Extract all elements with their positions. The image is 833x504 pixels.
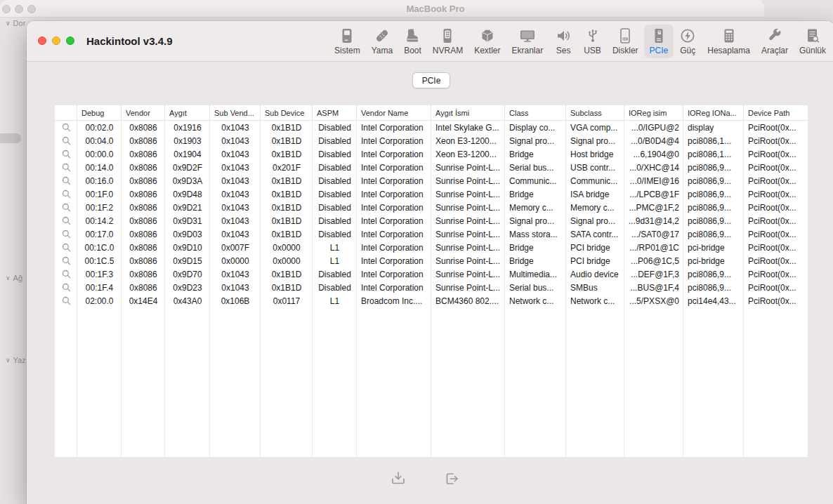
cell-ayg-t-i-smi: Sunrise Point-L... — [431, 281, 505, 294]
table-row[interactable]: 00:1F.00x80860x9D480x10430x1B1DDisabledI… — [55, 187, 808, 201]
bg-minimize-button[interactable] — [15, 5, 23, 13]
cell-ioreg-isim: ...P06@1C,5 — [624, 254, 683, 267]
toolbar-item-kextler[interactable]: Kextler — [468, 25, 506, 58]
toolbar-item-araclar[interactable]: Araçlar — [756, 25, 794, 58]
row-search-icon[interactable] — [59, 187, 73, 201]
toolbar-item-pcie[interactable]: PCIe — [644, 25, 674, 58]
cell-sub-device: 0x1B1D — [261, 174, 313, 187]
zoom-button[interactable] — [66, 37, 74, 45]
cell-class: Bridge — [505, 241, 566, 254]
toolbar-item-hesaplama[interactable]: Hesaplama — [702, 25, 756, 58]
column-header-ayg-t-i-smi[interactable]: Aygıt İsmi — [431, 105, 505, 120]
row-search-icon[interactable] — [59, 161, 73, 174]
table-row[interactable]: 00:16.00x80860x9D3A0x10430x1B1DDisabledI… — [55, 174, 808, 187]
row-search-icon[interactable] — [59, 147, 73, 161]
toolbar-item-gunluk[interactable]: Günlük — [794, 25, 832, 58]
row-search-icon[interactable] — [59, 294, 73, 307]
column-header-aspm[interactable]: ASPM — [313, 105, 357, 120]
bg-sidebar-section-ag[interactable]: ∨ Ağ — [6, 274, 22, 282]
cell-ioreg-isim: ...9d31@14,2 — [624, 214, 683, 227]
row-search-icon[interactable] — [59, 227, 73, 241]
table-row[interactable]: 00:17.00x80860x9D030x10430x1B1DDisabledI… — [55, 227, 808, 241]
tab-pcie[interactable]: PCIe — [412, 72, 450, 88]
column-header-vendor-name[interactable]: Vendor Name — [357, 105, 431, 120]
cell-subclass: Network c... — [566, 294, 624, 307]
table-row[interactable]: 00:1C.00x80860x9D100x007F0x0000L1Intel C… — [55, 241, 808, 254]
cell-ioreg-iona: pci-bridge — [683, 254, 744, 267]
toolbar-item-nvram[interactable]: NVRAM — [427, 25, 468, 58]
cell-subclass: ISA bridge — [566, 187, 624, 201]
cell-vendor: 0x8086 — [122, 227, 165, 241]
cell-device-path: PciRoot(0x... — [744, 147, 808, 161]
bg-scroll-thumb[interactable] — [0, 133, 21, 143]
bg-close-button[interactable] — [2, 5, 11, 13]
toolbar-item-label: USB — [584, 46, 601, 55]
column-header-ioreg-iona[interactable]: IOReg IONa... — [683, 105, 744, 120]
column-header-vendor[interactable]: Vendor — [122, 105, 165, 120]
toolbar-item-boot[interactable]: Boot — [398, 25, 427, 58]
cell-class: Mass stora... — [505, 227, 566, 241]
table-row[interactable]: 00:14.00x80860x9D2F0x10430x201FDisabledI… — [55, 161, 808, 174]
toolbar-item-label: Hesaplama — [707, 46, 750, 55]
cell-vendor: 0x8086 — [122, 147, 165, 161]
cell-sub-device: 0x1B1D — [261, 214, 313, 227]
table-row[interactable]: 00:1F.20x80860x9D210x10430x1B1DDisabledI… — [55, 201, 808, 214]
cell-ioreg-iona: pci8086,1... — [683, 147, 744, 161]
table-row[interactable]: 00:1F.40x80860x9D230x10430x1B1DDisabledI… — [55, 281, 808, 294]
row-search-icon[interactable] — [59, 281, 73, 294]
table-row[interactable]: 00:1C.50x80860x9D150x00000x0000L1Intel C… — [55, 254, 808, 267]
cell-sub-vend: 0x1043 — [210, 227, 261, 241]
usb-icon — [584, 27, 601, 45]
row-search-icon[interactable] — [59, 174, 73, 187]
close-button[interactable] — [38, 37, 46, 45]
toolbar-item-ses[interactable]: Ses — [549, 25, 578, 58]
row-search-icon[interactable] — [59, 201, 73, 214]
cell-ioreg-isim: ...PMC@1F,2 — [624, 201, 683, 214]
cell-debug: 00:1F.4 — [77, 281, 122, 294]
bg-sidebar-section-yaz[interactable]: ∨ Yaz — [6, 356, 26, 364]
download-button[interactable] — [388, 469, 408, 489]
cell-vendor: 0x8086 — [122, 187, 165, 201]
cell-ioreg-isim: .../SAT0@17 — [624, 227, 683, 241]
bg-sidebar-section-donanim[interactable]: ∨ Dor — [6, 19, 25, 27]
row-search-icon[interactable] — [59, 254, 73, 267]
toolbar-item-ekranlar[interactable]: Ekranlar — [506, 25, 549, 58]
toolbar-item-sistem[interactable]: Sistem — [329, 25, 366, 58]
column-header-subclass[interactable]: Subclass — [566, 105, 624, 120]
cell-vendor: 0x8086 — [122, 281, 165, 294]
column-header-debug[interactable]: Debug — [77, 105, 122, 120]
row-search-icon[interactable] — [59, 121, 73, 134]
column-header-device-path[interactable]: Device Path — [744, 105, 808, 120]
bg-zoom-button[interactable] — [27, 5, 36, 13]
cell-debug: 00:1C.5 — [77, 254, 122, 267]
toolbar-item-diskler[interactable]: Diskler — [607, 25, 644, 58]
cell-debug: 00:17.0 — [77, 227, 122, 241]
row-search-icon[interactable] — [59, 214, 73, 227]
cell-ioreg-isim: .../LPCB@1F — [624, 187, 683, 201]
column-header-ioreg-isim[interactable]: IOReg isim — [624, 105, 683, 120]
cell-sub-vend: 0x1043 — [210, 147, 261, 161]
table-row[interactable]: 00:14.20x80860x9D310x10430x1B1DDisabledI… — [55, 214, 808, 227]
row-search-icon[interactable] — [59, 267, 73, 281]
column-header-sub-device[interactable]: Sub Device — [261, 105, 313, 120]
table-row[interactable]: 00:1F.30x80860x9D700x10430x1B1DDisabledI… — [55, 267, 808, 281]
toolbar-item-yama[interactable]: Yama — [366, 25, 398, 58]
table-row[interactable]: 00:00.00x80860x19040x10430x1B1DDisabledI… — [55, 147, 808, 161]
row-search-icon[interactable] — [59, 241, 73, 254]
row-search-icon[interactable] — [59, 134, 73, 147]
toolbar-item-usb[interactable]: USB — [578, 25, 607, 58]
speaker-icon — [554, 27, 572, 45]
table-row[interactable]: 00:02.00x80860x19160x10430x1B1DDisabledI… — [55, 121, 808, 134]
toolbar-item-guc[interactable]: Güç — [674, 25, 702, 58]
cell-class: Communic... — [505, 174, 566, 187]
cell-subclass: PCI bridge — [566, 254, 624, 267]
column-header-sub-vend[interactable]: Sub Vend... — [210, 105, 261, 120]
table-row[interactable]: 02:00.00x14E40x43A00x106B0x0117L1Broadco… — [55, 294, 808, 307]
table-row[interactable]: 00:04.00x80860x19030x10430x1B1DDisabledI… — [55, 134, 808, 147]
column-header-icon[interactable] — [55, 105, 77, 120]
column-header-class[interactable]: Class — [505, 105, 566, 120]
column-header-ayg-t[interactable]: Aygıt — [165, 105, 210, 120]
minimize-button[interactable] — [52, 37, 60, 45]
cell-debug: 02:00.0 — [77, 294, 122, 307]
export-button[interactable] — [442, 469, 461, 489]
